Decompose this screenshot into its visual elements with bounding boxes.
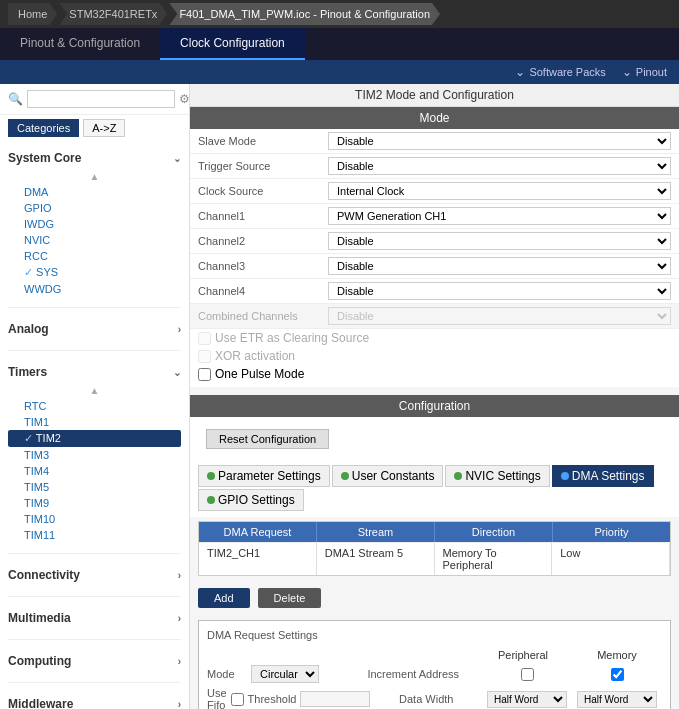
- peripheral-increment-checkbox[interactable]: [521, 668, 534, 681]
- sidebar-tab-categories[interactable]: Categories: [8, 119, 79, 137]
- breadcrumb-mcu[interactable]: STM32F401RETx: [59, 3, 167, 25]
- delete-button[interactable]: Delete: [258, 588, 322, 608]
- trigger-source-row: Trigger Source Disable: [190, 154, 679, 179]
- threshold-label: Threshold: [248, 693, 297, 705]
- channel1-select[interactable]: PWM Generation CH1: [328, 207, 671, 225]
- section-analog-header[interactable]: Analog ›: [8, 318, 181, 340]
- sidebar-item-tim11[interactable]: TIM11: [8, 527, 181, 543]
- breadcrumb-file[interactable]: F401_DMA_TIM_PWM.ioc - Pinout & Configur…: [169, 3, 440, 25]
- threshold-input[interactable]: [300, 691, 370, 707]
- peripheral-data-width-select[interactable]: Half Word Byte Word: [487, 691, 567, 708]
- dma-request-settings-title: DMA Request Settings: [207, 629, 662, 641]
- chevron-right-icon: ›: [178, 656, 181, 667]
- channel2-select[interactable]: Disable: [328, 232, 671, 250]
- divider-6: [8, 682, 181, 683]
- section-system-core-header[interactable]: System Core ⌄: [8, 147, 181, 169]
- sidebar-item-tim2[interactable]: TIM2: [8, 430, 181, 447]
- channel1-row: Channel1 PWM Generation CH1: [190, 204, 679, 229]
- col-stream: Stream: [317, 522, 435, 542]
- subtab-pinout[interactable]: ⌄ Pinout: [622, 65, 667, 79]
- one-pulse-checkbox[interactable]: [198, 368, 211, 381]
- sidebar-item-dma[interactable]: DMA: [8, 184, 181, 200]
- subtab-software-packs[interactable]: ⌄ Software Packs: [515, 65, 605, 79]
- cell-priority: Low: [552, 543, 670, 575]
- dot-icon: [454, 472, 462, 480]
- memory-increment-checkbox[interactable]: [611, 668, 624, 681]
- section-middleware-label: Middleware: [8, 697, 73, 709]
- peripheral-checkbox-cell: [482, 668, 572, 681]
- scroll-up-arrow[interactable]: ▲: [8, 383, 181, 398]
- section-connectivity-header[interactable]: Connectivity ›: [8, 564, 181, 586]
- clock-source-row: Clock Source Internal Clock: [190, 179, 679, 204]
- chevron-down-icon: ⌄: [173, 153, 181, 164]
- data-width-control: Data Width: [370, 693, 482, 705]
- tab-dma-settings[interactable]: DMA Settings: [552, 465, 654, 487]
- etr-clearing-checkbox[interactable]: [198, 332, 211, 345]
- section-connectivity: Connectivity ›: [0, 558, 189, 592]
- xor-activation-checkbox[interactable]: [198, 350, 211, 363]
- sidebar-tab-az[interactable]: A->Z: [83, 119, 125, 137]
- xor-activation-row: XOR activation: [190, 347, 679, 365]
- sidebar-item-tim5[interactable]: TIM5: [8, 479, 181, 495]
- section-computing: Computing ›: [0, 644, 189, 678]
- chevron-right-icon: ›: [178, 699, 181, 710]
- mode-select[interactable]: Circular Normal: [251, 665, 319, 683]
- clock-source-select[interactable]: Internal Clock: [328, 182, 671, 200]
- add-button[interactable]: Add: [198, 588, 250, 608]
- trigger-source-label: Trigger Source: [198, 160, 328, 172]
- channel4-select[interactable]: Disable: [328, 282, 671, 300]
- sidebar-item-rtc[interactable]: RTC: [8, 398, 181, 414]
- tab-user-constants-label: User Constants: [352, 469, 435, 483]
- sidebar-item-gpio[interactable]: GPIO: [8, 200, 181, 216]
- section-multimedia-header[interactable]: Multimedia ›: [8, 607, 181, 629]
- combined-channels-select[interactable]: Disable: [328, 307, 671, 325]
- reset-configuration-button[interactable]: Reset Configuration: [206, 429, 329, 449]
- dot-icon: [207, 496, 215, 504]
- tab-empty: [305, 28, 679, 60]
- tab-pinout[interactable]: Pinout & Configuration: [0, 28, 160, 60]
- chevron-right-icon: ›: [178, 570, 181, 581]
- sidebar-item-rcc[interactable]: RCC: [8, 248, 181, 264]
- sidebar-item-tim3[interactable]: TIM3: [8, 447, 181, 463]
- trigger-source-select[interactable]: Disable: [328, 157, 671, 175]
- search-input[interactable]: [27, 90, 175, 108]
- table-row[interactable]: TIM2_CH1 DMA1 Stream 5 Memory To Periphe…: [199, 542, 670, 575]
- tab-dma-settings-label: DMA Settings: [572, 469, 645, 483]
- search-icon: 🔍: [8, 92, 23, 106]
- section-multimedia: Multimedia ›: [0, 601, 189, 635]
- dma-col-headers: Peripheral Memory: [207, 649, 662, 661]
- sidebar-tabs: Categories A->Z: [0, 115, 189, 141]
- gear-icon[interactable]: ⚙: [179, 92, 190, 106]
- scroll-up-arrow[interactable]: ▲: [8, 169, 181, 184]
- section-computing-header[interactable]: Computing ›: [8, 650, 181, 672]
- peripheral-datawidth-cell: Half Word Byte Word: [482, 691, 572, 708]
- use-fifo-checkbox[interactable]: [231, 693, 244, 706]
- tab-gpio-settings[interactable]: GPIO Settings: [198, 489, 304, 511]
- sidebar-item-tim10[interactable]: TIM10: [8, 511, 181, 527]
- sidebar-item-tim1[interactable]: TIM1: [8, 414, 181, 430]
- section-multimedia-label: Multimedia: [8, 611, 71, 625]
- table-header: DMA Request Stream Direction Priority: [199, 522, 670, 542]
- section-middleware-header[interactable]: Middleware ›: [8, 693, 181, 709]
- mode-section-bar: Mode: [190, 107, 679, 129]
- sidebar-item-wwdg[interactable]: WWDG: [8, 281, 181, 297]
- chevron-right-icon: ›: [178, 613, 181, 624]
- sidebar-item-iwdg[interactable]: IWDG: [8, 216, 181, 232]
- sidebar-item-sys[interactable]: SYS: [8, 264, 181, 281]
- section-timers-header[interactable]: Timers ⌄: [8, 361, 181, 383]
- sidebar-item-nvic[interactable]: NVIC: [8, 232, 181, 248]
- breadcrumb-home[interactable]: Home: [8, 3, 57, 25]
- memory-data-width-select[interactable]: Half Word Byte Word: [577, 691, 657, 708]
- memory-datawidth-cell: Half Word Byte Word: [572, 691, 662, 708]
- mode-increment-row: Mode Circular Normal Increment Address: [207, 665, 662, 683]
- slave-mode-select[interactable]: Disable: [328, 132, 671, 150]
- tab-gpio-settings-label: GPIO Settings: [218, 493, 295, 507]
- sidebar-item-tim9[interactable]: TIM9: [8, 495, 181, 511]
- sidebar-item-tim4[interactable]: TIM4: [8, 463, 181, 479]
- tab-user-constants[interactable]: User Constants: [332, 465, 444, 487]
- channel3-select[interactable]: Disable: [328, 257, 671, 275]
- tab-parameter-settings[interactable]: Parameter Settings: [198, 465, 330, 487]
- channel4-label: Channel4: [198, 285, 328, 297]
- tab-nvic-settings[interactable]: NVIC Settings: [445, 465, 549, 487]
- tab-clock[interactable]: Clock Configuration: [160, 28, 305, 60]
